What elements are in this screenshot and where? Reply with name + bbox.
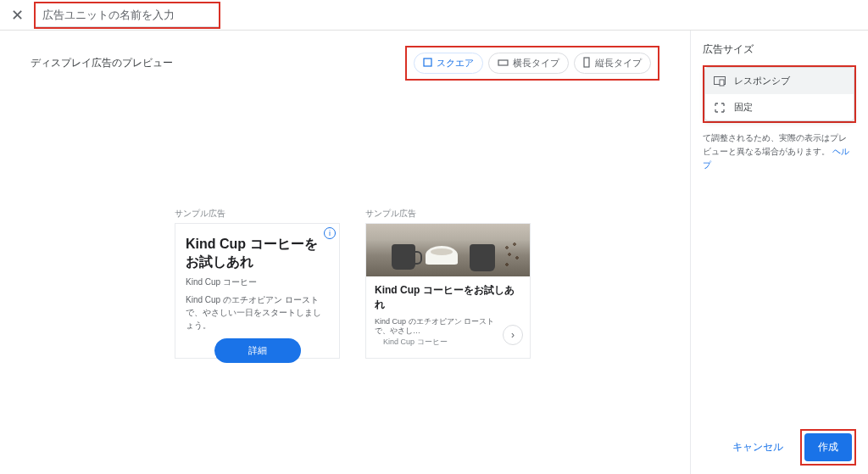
type-horizontal-button[interactable]: 横長タイプ — [488, 53, 569, 74]
svg-rect-1 — [498, 60, 508, 65]
size-responsive-option[interactable]: レスポンシブ — [705, 68, 854, 94]
main: ディスプレイ広告のプレビュー スクエア 横長タイプ 縦長タイプ サンプル広告 — [0, 31, 868, 474]
type-vertical-button[interactable]: 縦長タイプ — [574, 53, 651, 74]
fixed-icon — [714, 102, 726, 114]
vertical-icon — [583, 57, 591, 70]
ad-size-dropdown[interactable]: レスポンシブ 固定 — [704, 67, 854, 121]
ad1-title: Kind Cup コーヒーをお試しあれ — [186, 236, 329, 271]
chevron-right-icon[interactable]: › — [503, 325, 523, 345]
ad2-desc: Kind Cup のエチオピアン ローストで、やさし… — [375, 317, 498, 337]
ad1-desc: Kind Cup のエチオピアン ローストで、やさしい一日をスタートしましょう。 — [186, 293, 329, 332]
sample-ad-1: サンプル広告 i Kind Cup コーヒーをお試しあれ Kind Cup コー… — [175, 208, 340, 359]
sample-ads: サンプル広告 i Kind Cup コーヒーをお試しあれ Kind Cup コー… — [175, 208, 659, 359]
type-vertical-label: 縦長タイプ — [595, 57, 642, 70]
ad-type-group: スクエア 横長タイプ 縦長タイプ — [405, 46, 659, 81]
create-highlight: 作成 — [800, 429, 856, 466]
ad1-sub: Kind Cup コーヒー — [186, 276, 329, 288]
ad-size-note: て調整されるため、実際の表示はプレビューと異なる場合があります。 ヘルプ — [703, 131, 856, 172]
ad-unit-name-input[interactable] — [36, 3, 219, 27]
footer-actions: キャンセル 作成 — [724, 429, 856, 466]
sample-label: サンプル広告 — [175, 208, 340, 220]
sidebar: 広告サイズ レスポンシブ 固定 て調整されるため、実際の表示はプレビューと異なる… — [690, 31, 868, 474]
ad-size-title: 広告サイズ — [703, 42, 856, 57]
preview-header: ディスプレイ広告のプレビュー スクエア 横長タイプ 縦長タイプ — [31, 46, 659, 81]
adchoices-icon[interactable]: i — [324, 227, 336, 239]
svg-rect-0 — [424, 59, 431, 66]
responsive-icon — [714, 75, 726, 87]
type-square-label: スクエア — [437, 57, 474, 70]
create-button[interactable]: 作成 — [804, 433, 852, 461]
ad1-detail-button[interactable]: 詳細 — [214, 338, 301, 363]
ad-size-highlight: レスポンシブ 固定 — [703, 65, 856, 123]
ad-card-image: i Kind Cup コーヒーをお試しあれ Kind Cup のエチオピアン ロ… — [365, 223, 531, 359]
cancel-button[interactable]: キャンセル — [724, 433, 792, 461]
name-input-highlight — [34, 2, 220, 29]
horizontal-icon — [498, 59, 509, 69]
preview-panel: ディスプレイ広告のプレビュー スクエア 横長タイプ 縦長タイプ サンプル広告 — [0, 31, 690, 474]
ad-card-text: i Kind Cup コーヒーをお試しあれ Kind Cup コーヒー Kind… — [175, 223, 340, 359]
svg-rect-2 — [584, 58, 589, 67]
ad2-image — [366, 224, 530, 276]
size-responsive-label: レスポンシブ — [734, 75, 790, 87]
svg-rect-4 — [720, 80, 724, 86]
type-horizontal-label: 横長タイプ — [513, 57, 559, 70]
header: ✕ — [0, 0, 868, 31]
ad2-brand: Kind Cup コーヒー — [375, 337, 498, 353]
sample-label: サンプル広告 — [365, 208, 531, 220]
sample-ad-2: サンプル広告 i Kind Cup コーヒーをお試しあれ Kind Cup のエ… — [365, 208, 531, 359]
size-fixed-option[interactable]: 固定 — [705, 94, 854, 120]
preview-title: ディスプレイ広告のプレビュー — [31, 56, 173, 70]
ad2-title: Kind Cup コーヒーをお試しあれ — [366, 276, 530, 315]
square-icon — [423, 58, 432, 69]
type-square-button[interactable]: スクエア — [414, 53, 483, 74]
close-icon[interactable]: ✕ — [7, 5, 27, 25]
size-fixed-label: 固定 — [734, 101, 753, 114]
